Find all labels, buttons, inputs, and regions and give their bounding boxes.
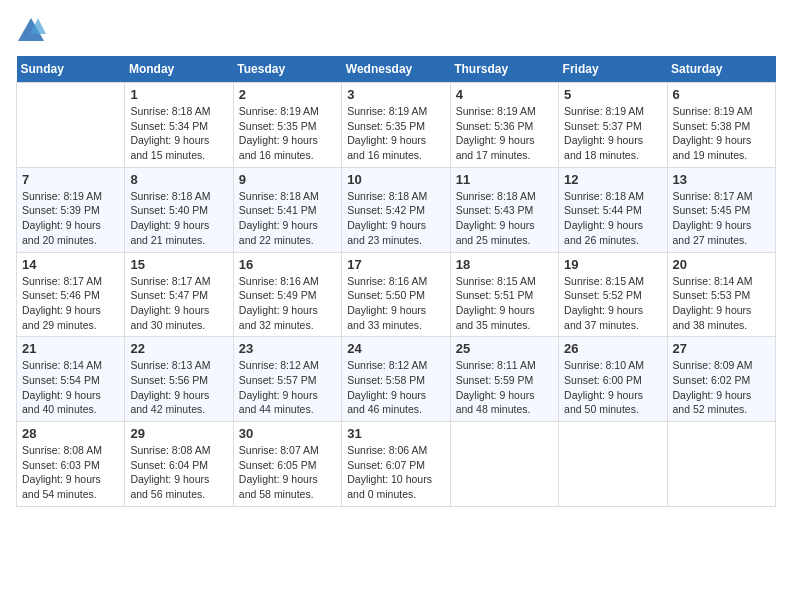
day-number: 17: [347, 257, 444, 272]
calendar-cell: [667, 422, 775, 507]
day-info: Sunrise: 8:16 AMSunset: 5:50 PMDaylight:…: [347, 274, 444, 333]
day-number: 16: [239, 257, 336, 272]
day-info: Sunrise: 8:12 AMSunset: 5:57 PMDaylight:…: [239, 358, 336, 417]
day-info: Sunrise: 8:19 AMSunset: 5:37 PMDaylight:…: [564, 104, 661, 163]
calendar-cell: 1Sunrise: 8:18 AMSunset: 5:34 PMDaylight…: [125, 83, 233, 168]
logo: [16, 16, 50, 46]
calendar-cell: 20Sunrise: 8:14 AMSunset: 5:53 PMDayligh…: [667, 252, 775, 337]
calendar-cell: 21Sunrise: 8:14 AMSunset: 5:54 PMDayligh…: [17, 337, 125, 422]
calendar-cell: 22Sunrise: 8:13 AMSunset: 5:56 PMDayligh…: [125, 337, 233, 422]
calendar-cell: 3Sunrise: 8:19 AMSunset: 5:35 PMDaylight…: [342, 83, 450, 168]
day-number: 25: [456, 341, 553, 356]
calendar-cell: 9Sunrise: 8:18 AMSunset: 5:41 PMDaylight…: [233, 167, 341, 252]
logo-icon: [16, 16, 46, 46]
day-info: Sunrise: 8:06 AMSunset: 6:07 PMDaylight:…: [347, 443, 444, 502]
day-info: Sunrise: 8:12 AMSunset: 5:58 PMDaylight:…: [347, 358, 444, 417]
day-number: 18: [456, 257, 553, 272]
calendar-week-row: 1Sunrise: 8:18 AMSunset: 5:34 PMDaylight…: [17, 83, 776, 168]
day-info: Sunrise: 8:18 AMSunset: 5:40 PMDaylight:…: [130, 189, 227, 248]
day-info: Sunrise: 8:17 AMSunset: 5:45 PMDaylight:…: [673, 189, 770, 248]
day-number: 19: [564, 257, 661, 272]
calendar-table: Sunday Monday Tuesday Wednesday Thursday…: [16, 56, 776, 507]
day-info: Sunrise: 8:09 AMSunset: 6:02 PMDaylight:…: [673, 358, 770, 417]
col-thursday: Thursday: [450, 56, 558, 83]
calendar-cell: 8Sunrise: 8:18 AMSunset: 5:40 PMDaylight…: [125, 167, 233, 252]
day-number: 30: [239, 426, 336, 441]
col-saturday: Saturday: [667, 56, 775, 83]
day-info: Sunrise: 8:08 AMSunset: 6:03 PMDaylight:…: [22, 443, 119, 502]
day-number: 10: [347, 172, 444, 187]
page-header: [16, 16, 776, 46]
day-number: 27: [673, 341, 770, 356]
day-number: 20: [673, 257, 770, 272]
calendar-week-row: 28Sunrise: 8:08 AMSunset: 6:03 PMDayligh…: [17, 422, 776, 507]
calendar-cell: [17, 83, 125, 168]
calendar-cell: 24Sunrise: 8:12 AMSunset: 5:58 PMDayligh…: [342, 337, 450, 422]
calendar-cell: 17Sunrise: 8:16 AMSunset: 5:50 PMDayligh…: [342, 252, 450, 337]
col-sunday: Sunday: [17, 56, 125, 83]
day-number: 2: [239, 87, 336, 102]
calendar-cell: 2Sunrise: 8:19 AMSunset: 5:35 PMDaylight…: [233, 83, 341, 168]
day-number: 6: [673, 87, 770, 102]
day-number: 1: [130, 87, 227, 102]
col-friday: Friday: [559, 56, 667, 83]
calendar-cell: 10Sunrise: 8:18 AMSunset: 5:42 PMDayligh…: [342, 167, 450, 252]
day-number: 21: [22, 341, 119, 356]
calendar-cell: 30Sunrise: 8:07 AMSunset: 6:05 PMDayligh…: [233, 422, 341, 507]
calendar-cell: 23Sunrise: 8:12 AMSunset: 5:57 PMDayligh…: [233, 337, 341, 422]
day-number: 31: [347, 426, 444, 441]
day-info: Sunrise: 8:15 AMSunset: 5:51 PMDaylight:…: [456, 274, 553, 333]
day-info: Sunrise: 8:07 AMSunset: 6:05 PMDaylight:…: [239, 443, 336, 502]
calendar-cell: 19Sunrise: 8:15 AMSunset: 5:52 PMDayligh…: [559, 252, 667, 337]
day-info: Sunrise: 8:08 AMSunset: 6:04 PMDaylight:…: [130, 443, 227, 502]
day-info: Sunrise: 8:19 AMSunset: 5:38 PMDaylight:…: [673, 104, 770, 163]
calendar-cell: 18Sunrise: 8:15 AMSunset: 5:51 PMDayligh…: [450, 252, 558, 337]
day-info: Sunrise: 8:13 AMSunset: 5:56 PMDaylight:…: [130, 358, 227, 417]
day-info: Sunrise: 8:18 AMSunset: 5:44 PMDaylight:…: [564, 189, 661, 248]
calendar-cell: 6Sunrise: 8:19 AMSunset: 5:38 PMDaylight…: [667, 83, 775, 168]
day-number: 8: [130, 172, 227, 187]
col-wednesday: Wednesday: [342, 56, 450, 83]
calendar-cell: 14Sunrise: 8:17 AMSunset: 5:46 PMDayligh…: [17, 252, 125, 337]
day-info: Sunrise: 8:14 AMSunset: 5:54 PMDaylight:…: [22, 358, 119, 417]
calendar-cell: 31Sunrise: 8:06 AMSunset: 6:07 PMDayligh…: [342, 422, 450, 507]
calendar-week-row: 7Sunrise: 8:19 AMSunset: 5:39 PMDaylight…: [17, 167, 776, 252]
col-tuesday: Tuesday: [233, 56, 341, 83]
calendar-cell: 27Sunrise: 8:09 AMSunset: 6:02 PMDayligh…: [667, 337, 775, 422]
day-info: Sunrise: 8:17 AMSunset: 5:46 PMDaylight:…: [22, 274, 119, 333]
day-info: Sunrise: 8:15 AMSunset: 5:52 PMDaylight:…: [564, 274, 661, 333]
day-info: Sunrise: 8:10 AMSunset: 6:00 PMDaylight:…: [564, 358, 661, 417]
day-info: Sunrise: 8:19 AMSunset: 5:36 PMDaylight:…: [456, 104, 553, 163]
day-number: 12: [564, 172, 661, 187]
calendar-header: Sunday Monday Tuesday Wednesday Thursday…: [17, 56, 776, 83]
calendar-week-row: 14Sunrise: 8:17 AMSunset: 5:46 PMDayligh…: [17, 252, 776, 337]
day-number: 7: [22, 172, 119, 187]
day-info: Sunrise: 8:18 AMSunset: 5:41 PMDaylight:…: [239, 189, 336, 248]
day-info: Sunrise: 8:18 AMSunset: 5:42 PMDaylight:…: [347, 189, 444, 248]
day-info: Sunrise: 8:18 AMSunset: 5:34 PMDaylight:…: [130, 104, 227, 163]
day-number: 22: [130, 341, 227, 356]
day-info: Sunrise: 8:18 AMSunset: 5:43 PMDaylight:…: [456, 189, 553, 248]
calendar-cell: 16Sunrise: 8:16 AMSunset: 5:49 PMDayligh…: [233, 252, 341, 337]
day-number: 15: [130, 257, 227, 272]
day-number: 29: [130, 426, 227, 441]
day-number: 5: [564, 87, 661, 102]
day-info: Sunrise: 8:14 AMSunset: 5:53 PMDaylight:…: [673, 274, 770, 333]
calendar-cell: 4Sunrise: 8:19 AMSunset: 5:36 PMDaylight…: [450, 83, 558, 168]
calendar-cell: 12Sunrise: 8:18 AMSunset: 5:44 PMDayligh…: [559, 167, 667, 252]
calendar-cell: 25Sunrise: 8:11 AMSunset: 5:59 PMDayligh…: [450, 337, 558, 422]
day-info: Sunrise: 8:19 AMSunset: 5:39 PMDaylight:…: [22, 189, 119, 248]
calendar-cell: [559, 422, 667, 507]
day-info: Sunrise: 8:17 AMSunset: 5:47 PMDaylight:…: [130, 274, 227, 333]
calendar-cell: 15Sunrise: 8:17 AMSunset: 5:47 PMDayligh…: [125, 252, 233, 337]
calendar-cell: [450, 422, 558, 507]
day-number: 14: [22, 257, 119, 272]
calendar-cell: 29Sunrise: 8:08 AMSunset: 6:04 PMDayligh…: [125, 422, 233, 507]
day-info: Sunrise: 8:19 AMSunset: 5:35 PMDaylight:…: [347, 104, 444, 163]
calendar-week-row: 21Sunrise: 8:14 AMSunset: 5:54 PMDayligh…: [17, 337, 776, 422]
day-number: 4: [456, 87, 553, 102]
day-number: 9: [239, 172, 336, 187]
day-info: Sunrise: 8:19 AMSunset: 5:35 PMDaylight:…: [239, 104, 336, 163]
calendar-body: 1Sunrise: 8:18 AMSunset: 5:34 PMDaylight…: [17, 83, 776, 507]
day-number: 13: [673, 172, 770, 187]
